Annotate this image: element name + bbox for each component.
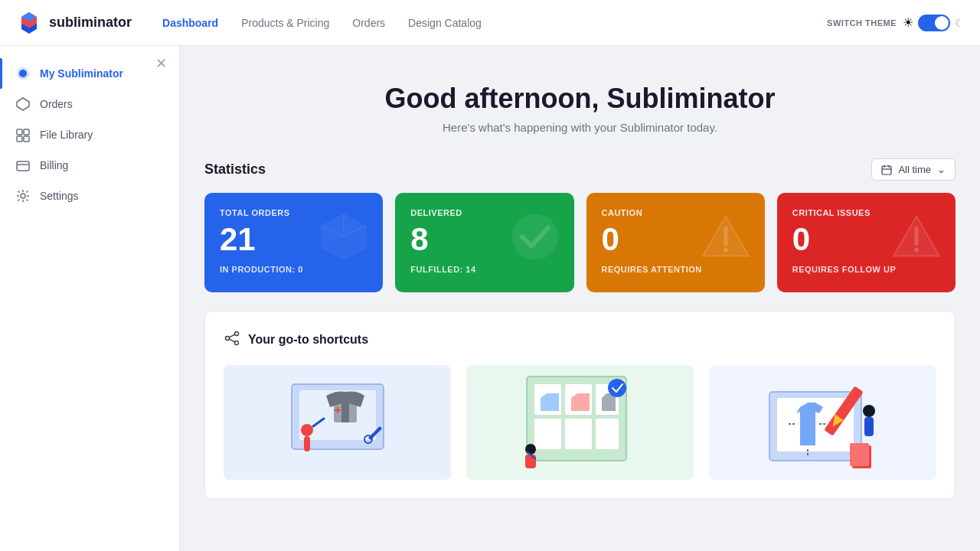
sidebar-item-billing[interactable]: Billing [0,150,179,181]
sidebar-label-file-library: File Library [40,129,93,141]
switch-theme-label: SWITCH THEME [827,18,897,28]
svg-point-27 [226,337,230,341]
svg-rect-44 [534,419,561,449]
stats-cards: TOTAL ORDERS 21 IN PRODUCTION: 0 DELIVER… [204,193,956,292]
shortcut-svg-2 [504,369,657,476]
svg-rect-45 [565,419,592,449]
sidebar-item-settings[interactable]: Settings [0,181,179,211]
switch-theme-area: SWITCH THEME ☀ ☾ [827,15,965,31]
sidebar-icon-my-subliminator [15,66,31,81]
stat-card-total-orders[interactable]: TOTAL ORDERS 21 IN PRODUCTION: 0 [204,193,383,292]
sidebar-item-orders[interactable]: Orders [0,89,179,119]
time-filter-chevron-icon: ⌄ [937,164,946,175]
logo-text: subliminator [49,15,132,31]
shortcut-svg-3 [739,369,907,476]
svg-point-48 [525,444,536,455]
warning-icon [699,210,753,276]
shortcuts-title: Your go-to shortcuts [248,333,368,347]
svg-point-58 [863,405,875,417]
svg-rect-46 [596,419,619,449]
sidebar-label-billing: Billing [40,159,68,171]
topnav: subliminator Dashboard Products & Pricin… [0,0,980,46]
svg-point-10 [21,194,25,198]
svg-rect-5 [24,129,29,135]
svg-point-26 [235,332,239,336]
shortcut-illustration-3 [709,365,936,480]
checkmark-icon [508,210,562,276]
svg-line-29 [229,334,234,337]
shortcuts-header: Your go-to shortcuts [224,330,936,350]
sidebar-label-settings: Settings [40,190,79,202]
layout: ✕ My Subliminator Orders File Library Bi… [0,46,980,551]
shortcut-illustration-2 [466,365,694,480]
svg-marker-3 [17,98,29,110]
svg-line-30 [229,339,234,342]
logo-area[interactable]: subliminator [15,9,132,37]
time-filter-label: All time [898,164,931,175]
shortcut-card-2[interactable] [466,365,694,480]
sidebar-icon-billing [15,158,31,173]
sidebar-label-my-subliminator: My Subliminator [40,67,123,80]
svg-rect-35 [304,436,310,452]
sun-icon: ☀ [903,15,913,30]
shortcut-card-3[interactable] [709,365,936,480]
svg-point-25 [914,248,919,253]
box-icon [317,210,371,276]
nav-link-dashboard[interactable]: Dashboard [162,17,218,29]
theme-toggle-group: ☀ ☾ [903,15,965,31]
nav-link-products-pricing[interactable]: Products & Pricing [241,17,329,29]
shortcuts-section: Your go-to shortcuts [204,311,956,499]
stat-card-delivered[interactable]: DELIVERED 8 FULFILLED: 14 [395,193,573,292]
shortcut-card-1[interactable] [224,365,451,480]
sidebar-label-orders: Orders [40,98,73,110]
sidebar: ✕ My Subliminator Orders File Library Bi… [0,46,180,551]
shortcut-svg-1 [269,369,407,476]
svg-point-47 [608,379,626,397]
nav-link-design-catalog[interactable]: Design Catalog [408,17,482,29]
svg-rect-61 [850,443,869,466]
toggle-knob [935,16,949,30]
statistics-header: Statistics All time ⌄ [204,158,956,181]
svg-rect-49 [525,455,536,468]
moon-icon: ☾ [955,17,965,29]
shortcut-illustration-1 [224,365,451,480]
svg-rect-7 [24,136,29,142]
sidebar-icon-file-library [15,127,31,142]
shortcuts-grid [224,365,936,480]
svg-point-34 [301,424,313,436]
stat-card-caution[interactable]: CAUTION 0 REQUIRES ATTENTION [586,193,765,292]
svg-rect-59 [864,417,874,436]
main-content: Good afternoon, Subliminator Here's what… [180,46,980,551]
svg-rect-11 [882,166,891,174]
statistics-section: Statistics All time ⌄ TOTAL ORDERS 21 IN… [180,158,980,311]
calendar-icon [881,165,892,175]
nav-links: Dashboard Products & Pricing Orders Desi… [162,17,827,29]
sidebar-icon-orders [15,96,31,112]
svg-rect-4 [17,129,22,135]
hero-subtitle: Here's what's happening with your Sublim… [195,121,965,134]
time-filter-dropdown[interactable]: All time ⌄ [871,158,956,181]
svg-point-22 [724,248,728,253]
svg-rect-6 [17,136,22,142]
dashboard-hero: Good afternoon, Subliminator Here's what… [180,46,980,158]
sidebar-item-my-subliminator[interactable]: My Subliminator [0,58,179,89]
hero-greeting: Good afternoon, Subliminator [195,83,965,115]
logo-icon [15,9,43,37]
svg-point-28 [235,341,239,345]
svg-rect-8 [17,161,29,171]
share-icon [224,330,240,350]
statistics-title: Statistics [204,161,266,178]
sidebar-item-file-library[interactable]: File Library [0,119,179,150]
svg-point-2 [19,70,27,77]
svg-point-19 [512,214,558,260]
sidebar-icon-settings [15,188,31,204]
nav-link-orders[interactable]: Orders [352,17,385,29]
stat-card-critical-issues[interactable]: CRITICAL ISSUES 0 REQUIRES FOLLOW UP [777,193,956,292]
theme-toggle-switch[interactable] [918,15,950,31]
critical-warning-icon [890,210,943,276]
